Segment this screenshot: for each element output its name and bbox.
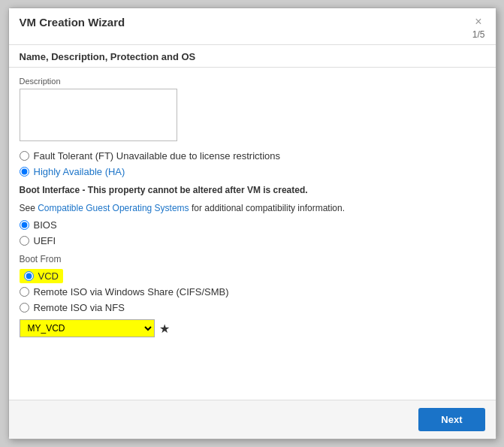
- highly-available-label: Highly Available (HA): [34, 166, 125, 177]
- dialog-header: VM Creation Wizard × 1/5: [9, 8, 496, 45]
- uefi-radio[interactable]: [20, 236, 29, 246]
- fault-tolerant-radio[interactable]: [20, 151, 29, 161]
- highly-available-row: Highly Available (HA): [20, 166, 485, 177]
- bios-row: BIOS: [20, 219, 485, 231]
- description-label: Description: [20, 77, 485, 86]
- fault-tolerant-label: Fault Tolerant (FT) Unavailable due to l…: [34, 150, 281, 162]
- remote-iso-smb-row: Remote ISO via Windows Share (CIFS/SMB): [20, 286, 485, 297]
- remote-iso-nfs-label: Remote ISO via NFS: [34, 302, 125, 313]
- close-button[interactable]: ×: [472, 16, 484, 28]
- dialog-footer: Next: [9, 400, 496, 439]
- uefi-row: UEFI: [20, 235, 485, 246]
- vm-creation-dialog: VM Creation Wizard × 1/5 Name, Descripti…: [8, 8, 496, 439]
- dialog-subtitle: Name, Description, Protection and OS: [9, 45, 496, 68]
- remote-iso-nfs-radio[interactable]: [20, 303, 29, 313]
- remote-iso-nfs-row: Remote ISO via NFS: [20, 302, 485, 313]
- description-input[interactable]: [20, 89, 177, 141]
- step-indicator: 1/5: [472, 29, 485, 40]
- fault-tolerant-row: Fault Tolerant (FT) Unavailable due to l…: [20, 150, 485, 162]
- vcd-select[interactable]: MY_VCD Option2: [20, 319, 155, 337]
- boot-interface-text: Boot Interface - This property cannot be…: [20, 185, 485, 195]
- uefi-label: UEFI: [34, 235, 56, 246]
- next-button[interactable]: Next: [418, 408, 484, 431]
- dialog-body: Description Fault Tolerant (FT) Unavaila…: [9, 68, 496, 400]
- bios-label: BIOS: [34, 219, 57, 231]
- vcd-select-row: MY_VCD Option2 ★: [20, 319, 485, 337]
- dialog-title-group: VM Creation Wizard: [20, 16, 125, 29]
- bios-radio[interactable]: [20, 220, 29, 230]
- vcd-label: VCD: [38, 270, 59, 282]
- vcd-radio[interactable]: [24, 271, 34, 281]
- remote-iso-smb-radio[interactable]: [20, 287, 29, 297]
- compatible-os-link[interactable]: Compatible Guest Operating Systems: [38, 203, 189, 213]
- vcd-row: VCD: [20, 269, 63, 283]
- star-icon: ★: [159, 322, 170, 336]
- dialog-title: VM Creation Wizard: [20, 16, 125, 29]
- boot-from-label: Boot From: [20, 254, 485, 264]
- remote-iso-smb-label: Remote ISO via Windows Share (CIFS/SMB): [34, 286, 229, 297]
- header-right: × 1/5: [472, 16, 484, 40]
- highly-available-radio[interactable]: [20, 167, 29, 177]
- boot-interface-link-text: See Compatible Guest Operating Systems f…: [20, 203, 485, 213]
- boot-interface-bold: Boot Interface - This property cannot be…: [20, 185, 308, 195]
